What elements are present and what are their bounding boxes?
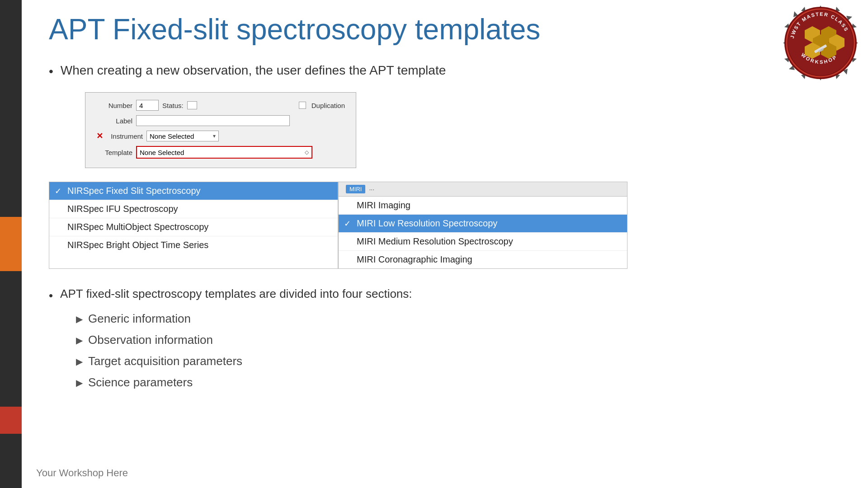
- number-label: Number: [96, 102, 132, 109]
- status-box: [187, 101, 197, 109]
- miri-dropdown: MIRI ··· MIRI Imaging ✓ MIRI Low Resolut…: [338, 182, 627, 269]
- template-row: Template None Selected ◇: [96, 146, 345, 159]
- instrument-error-icon: ✕: [96, 131, 103, 141]
- intro-bullet: • When creating a new observation, the u…: [49, 63, 841, 79]
- sections-text: APT fixed-slit spectroscopy templates ar…: [60, 287, 412, 301]
- sections-bullet: • APT fixed-slit spectroscopy templates …: [49, 287, 841, 303]
- nirspec-label-0: NIRSpec Fixed Slit Spectroscopy: [67, 186, 201, 196]
- nirspec-item-1[interactable]: NIRSpec IFU Spectroscopy: [49, 200, 338, 218]
- instrument-arrow: ▾: [213, 133, 216, 139]
- sub-arrow-2: ▶: [76, 356, 83, 367]
- miri-label-1: MIRI Low Resolution Spectroscopy: [357, 218, 497, 228]
- miri-badge: MIRI: [346, 185, 365, 193]
- number-row: Number Status: Duplication: [96, 100, 345, 111]
- duplication-label: Duplication: [311, 102, 345, 109]
- slide-title: APT Fixed-slit spectroscopy templates: [49, 14, 841, 45]
- miri-item-2[interactable]: MIRI Medium Resolution Spectroscopy: [339, 233, 627, 251]
- instrument-row: ✕ Instrument None Selected ▾: [96, 131, 345, 141]
- label-label: Label: [96, 117, 132, 125]
- nirspec-label-3: NIRSpec Bright Object Time Series: [67, 240, 208, 250]
- sidebar-strip: [0, 0, 22, 488]
- bullet-dot: •: [49, 64, 53, 79]
- miri-label-3: MIRI Coronagraphic Imaging: [357, 254, 472, 264]
- miri-label-2: MIRI Medium Resolution Spectroscopy: [357, 236, 513, 246]
- sub-bullets: ▶ Generic information ▶ Observation info…: [76, 312, 841, 389]
- instrument-label: Instrument: [107, 132, 143, 140]
- instrument-select[interactable]: None Selected ▾: [146, 131, 219, 141]
- sub-item-0: ▶ Generic information: [76, 312, 841, 326]
- sub-label-1: Observation information: [88, 333, 213, 347]
- nirspec-item-3[interactable]: NIRSpec Bright Object Time Series: [49, 236, 338, 254]
- template-value: None Selected: [140, 149, 184, 156]
- status-label: Status:: [162, 102, 184, 109]
- sub-label-2: Target acquisition parameters: [88, 354, 242, 368]
- sub-item-2: ▶ Target acquisition parameters: [76, 354, 841, 368]
- miri-item-0[interactable]: MIRI Imaging: [339, 197, 627, 215]
- template-label: Template: [96, 149, 132, 156]
- miri-header: MIRI ···: [339, 182, 627, 197]
- sub-arrow-0: ▶: [76, 314, 83, 324]
- number-input[interactable]: [136, 100, 159, 111]
- strip-bot: [0, 434, 22, 488]
- nirspec-label-2: NIRSpec MultiObject Spectroscopy: [67, 222, 208, 232]
- main-content: APT Fixed-slit spectroscopy templates • …: [22, 0, 868, 488]
- sub-item-1: ▶ Observation information: [76, 333, 841, 347]
- nirspec-item-2[interactable]: NIRSpec MultiObject Spectroscopy: [49, 218, 338, 236]
- template-select[interactable]: None Selected ◇: [136, 146, 312, 159]
- miri-header-dots: ···: [369, 186, 374, 193]
- section-bullet-dot: •: [49, 289, 53, 303]
- duplication-checkbox[interactable]: [299, 102, 306, 109]
- miri-item-1[interactable]: ✓ MIRI Low Resolution Spectroscopy: [339, 215, 627, 233]
- dropdowns-area: ✓ NIRSpec Fixed Slit Spectroscopy NIRSpe…: [49, 182, 841, 269]
- sub-arrow-1: ▶: [76, 335, 83, 346]
- nirspec-dropdown: ✓ NIRSpec Fixed Slit Spectroscopy NIRSpe…: [49, 182, 338, 269]
- template-arrow: ◇: [305, 149, 309, 155]
- label-input[interactable]: [136, 115, 290, 126]
- strip-orange: [0, 217, 22, 271]
- strip-mid: [0, 271, 22, 407]
- strip-top: [0, 0, 22, 217]
- instrument-value: None Selected: [150, 132, 194, 140]
- sub-item-3: ▶ Science parameters: [76, 375, 841, 389]
- nirspec-label-1: NIRSpec IFU Spectroscopy: [67, 204, 178, 214]
- check-icon-miri: ✓: [344, 219, 351, 229]
- miri-label-0: MIRI Imaging: [357, 200, 410, 210]
- intro-text: When creating a new observation, the use…: [61, 63, 446, 78]
- footer-text: Your Workshop Here: [36, 467, 128, 479]
- miri-item-3[interactable]: MIRI Coronagraphic Imaging: [339, 251, 627, 268]
- apt-form: Number Status: Duplication Label ✕ Instr…: [85, 92, 356, 168]
- apt-form-container: Number Status: Duplication Label ✕ Instr…: [85, 92, 841, 168]
- label-row: Label: [96, 115, 345, 126]
- check-icon: ✓: [55, 186, 61, 196]
- nirspec-item-0[interactable]: ✓ NIRSpec Fixed Slit Spectroscopy: [49, 182, 338, 200]
- sub-arrow-3: ▶: [76, 377, 83, 388]
- sub-label-3: Science parameters: [88, 375, 193, 389]
- sub-label-0: Generic information: [88, 312, 191, 326]
- strip-red: [0, 407, 22, 434]
